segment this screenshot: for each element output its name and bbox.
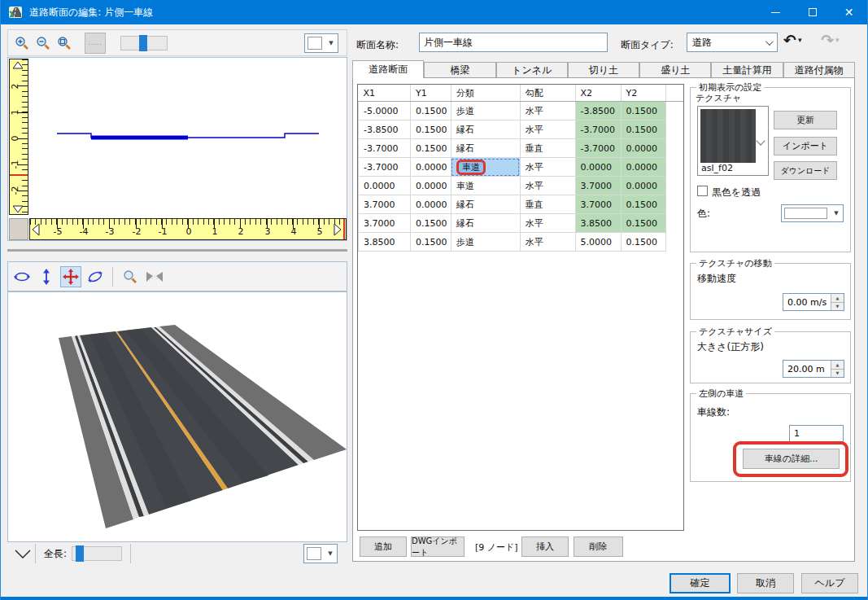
grid-cell[interactable]: 3.7000 xyxy=(575,195,621,214)
grid-cell[interactable]: 3.7000 xyxy=(359,195,411,214)
section-profile-toggle-icon[interactable] xyxy=(14,548,32,559)
grid-cell[interactable]: 0.1500 xyxy=(621,214,666,233)
undo-button[interactable]: ↶ ▾ xyxy=(783,31,801,49)
panel-splitter[interactable] xyxy=(7,249,347,252)
grid-cell[interactable]: 車道 xyxy=(451,177,520,195)
node-grid[interactable]: X1Y1分類勾配X2Y2 -5.00000.1500歩道水平-3.85000.1… xyxy=(357,84,684,531)
delete-node-button[interactable]: 削除 xyxy=(574,536,623,557)
tab-tunnel[interactable]: トンネル xyxy=(496,62,568,78)
grid-column-header[interactable]: X2 xyxy=(575,85,621,102)
section-name-input[interactable] xyxy=(419,33,608,52)
grid-snap-button[interactable]: ..... xyxy=(85,33,106,54)
view3d-color-dropdown[interactable]: ▼ xyxy=(303,544,338,563)
length-slider-thumb[interactable] xyxy=(76,545,84,562)
grid-cell[interactable]: 0.0000 xyxy=(621,139,666,158)
scroll-left-arrow-icon[interactable] xyxy=(32,223,40,236)
grid-column-header[interactable]: Y1 xyxy=(410,85,451,102)
grid-column-header[interactable]: 分類 xyxy=(451,85,520,102)
grid-cell[interactable]: 縁石 xyxy=(451,214,520,233)
spin-up-icon[interactable]: ▲ xyxy=(831,294,844,303)
grid-column-header[interactable]: X1 xyxy=(359,85,411,102)
scroll-down-arrow-icon[interactable] xyxy=(12,205,24,213)
move-vertical-button[interactable] xyxy=(36,266,57,287)
grid-cell[interactable]: 縁石 xyxy=(451,139,520,158)
tab-earthwork[interactable]: 土量計算用 xyxy=(711,62,783,78)
zoom-in-button[interactable] xyxy=(11,33,33,54)
dwg-import-button[interactable]: DWGインポート xyxy=(411,536,465,557)
texture-preview-dropdown[interactable]: asl_f02 xyxy=(697,106,769,176)
import-texture-button[interactable]: インポート xyxy=(774,137,837,155)
redo-dropdown-icon[interactable]: ▾ xyxy=(835,36,840,44)
minimize-button[interactable] xyxy=(757,0,794,24)
grid-cell[interactable]: 0.0000 xyxy=(621,158,666,177)
maximize-button[interactable] xyxy=(794,0,831,24)
grid-cell[interactable]: 縁石 xyxy=(451,120,520,139)
grid-cell[interactable]: 水平 xyxy=(520,158,575,177)
grid-cell[interactable]: -3.7000 xyxy=(359,139,411,158)
grid-cell[interactable]: 0.0000 xyxy=(621,177,666,195)
spin-down-icon[interactable]: ▼ xyxy=(831,303,844,311)
grid-cell[interactable]: 車道 xyxy=(451,158,520,177)
grid-cell[interactable]: 0.0000 xyxy=(410,195,451,214)
spin-down-icon[interactable]: ▼ xyxy=(831,370,844,378)
grid-cell[interactable]: 3.8500 xyxy=(359,233,411,252)
help-button[interactable]: ヘルプ xyxy=(801,573,858,593)
zoom-slider[interactable] xyxy=(120,36,168,50)
scroll-up-arrow-icon[interactable] xyxy=(12,61,24,69)
undo-dropdown-icon[interactable]: ▾ xyxy=(798,36,802,44)
cancel-button[interactable]: 取消 xyxy=(737,573,794,593)
grid-cell[interactable]: 0.1500 xyxy=(410,233,451,252)
grid-cell[interactable]: 水平 xyxy=(520,177,575,195)
grid-cell[interactable]: 0.0000 xyxy=(410,158,451,177)
grid-cell[interactable]: 水平 xyxy=(520,214,575,233)
tab-fill[interactable]: 盛り土 xyxy=(639,62,711,78)
section-type-select[interactable]: 道路 xyxy=(687,33,778,52)
grid-cell[interactable]: 3.7000 xyxy=(359,214,411,233)
cross-section-canvas[interactable] xyxy=(29,59,347,215)
grid-cell[interactable]: -3.7000 xyxy=(359,158,411,177)
grid-cell[interactable]: 0.0000 xyxy=(410,177,451,195)
orbit-free-button[interactable] xyxy=(85,266,106,287)
tab-cut[interactable]: 切り土 xyxy=(568,62,639,78)
move-speed-spinner[interactable]: 0.00 m/s ▲ ▼ xyxy=(783,293,844,311)
grid-cell[interactable]: 0.1500 xyxy=(621,102,666,120)
grid-cell[interactable]: 3.8500 xyxy=(575,214,621,233)
grid-column-header[interactable]: 勾配 xyxy=(520,85,575,102)
grid-cell[interactable]: 0.1500 xyxy=(410,214,451,233)
grid-cell[interactable]: 水平 xyxy=(520,233,575,252)
spin-up-icon[interactable]: ▲ xyxy=(831,361,844,370)
grid-cell[interactable]: 0.1500 xyxy=(410,102,451,120)
ok-button[interactable]: 確定 xyxy=(670,573,731,593)
grid-cell[interactable]: 水平 xyxy=(520,120,575,139)
vertical-ruler[interactable]: 2 1 0 -1 -2 xyxy=(9,59,28,215)
zoom-slider-thumb[interactable] xyxy=(139,35,147,51)
camera-view-button[interactable] xyxy=(144,266,165,287)
update-texture-button[interactable]: 更新 xyxy=(774,111,837,129)
grid-cell[interactable]: 0.1500 xyxy=(621,233,666,252)
grid-cell[interactable]: -3.7000 xyxy=(575,139,621,158)
grid-cell[interactable]: 垂直 xyxy=(520,195,575,214)
lane-count-input[interactable] xyxy=(789,425,844,442)
scroll-right-arrow-icon[interactable] xyxy=(334,223,342,236)
grid-cell[interactable]: 0.1500 xyxy=(410,120,451,139)
tab-bridge[interactable]: 橋梁 xyxy=(424,62,495,78)
grid-column-header[interactable]: Y2 xyxy=(621,85,666,102)
grid-cell[interactable]: 水平 xyxy=(520,102,575,120)
add-node-button[interactable]: 追加 xyxy=(360,536,407,557)
download-texture-button[interactable]: ダウンロード xyxy=(774,161,837,180)
grid-cell[interactable]: -5.0000 xyxy=(359,102,411,120)
grid-cell[interactable]: 3.7000 xyxy=(575,177,621,195)
redo-button[interactable]: ↷ ▾ xyxy=(821,31,839,49)
zoom-extents-button[interactable] xyxy=(54,33,75,54)
grid-cell[interactable]: 5.0000 xyxy=(575,233,621,252)
texture-size-spinner[interactable]: 20.00 m ▲ ▼ xyxy=(783,360,844,378)
grid-cell[interactable]: 縁石 xyxy=(451,195,520,214)
insert-node-button[interactable]: 挿入 xyxy=(521,536,569,557)
grid-cell[interactable]: 0.1500 xyxy=(621,195,666,214)
background-color-dropdown[interactable]: ▼ xyxy=(304,33,338,53)
close-button[interactable]: ✕ xyxy=(831,0,867,24)
tab-road-accessories[interactable]: 道路付属物 xyxy=(783,62,855,78)
grid-cell[interactable]: 0.0000 xyxy=(359,177,411,195)
grid-cell[interactable]: -3.7000 xyxy=(575,120,621,139)
zoom-3d-button[interactable] xyxy=(120,266,141,287)
